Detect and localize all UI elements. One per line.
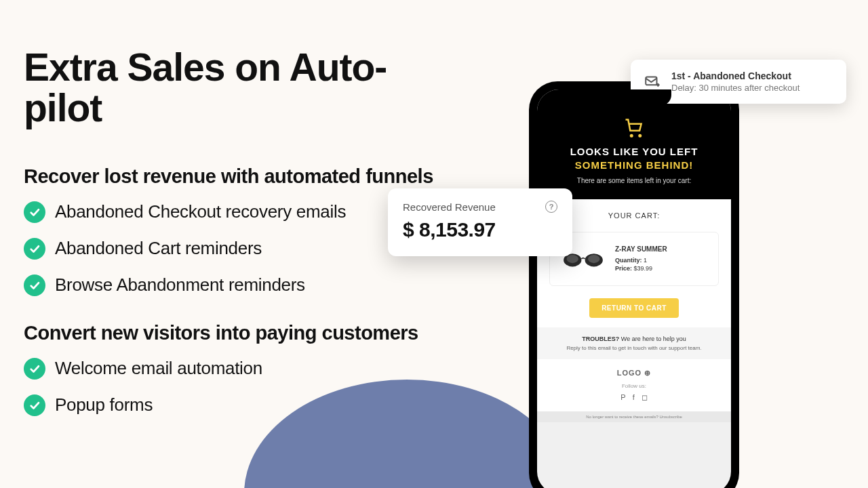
cart-icon	[624, 118, 644, 137]
unsubscribe-text: No longer want to receive these emails? …	[537, 411, 731, 422]
instagram-icon[interactable]: ◻	[642, 393, 648, 402]
svg-point-1	[639, 135, 642, 137]
svg-point-5	[588, 255, 600, 263]
text-content: Extra Sales on Auto-pilot Recover lost r…	[24, 47, 444, 431]
revenue-card: Recovered Revenue ? $ 8,153.97	[388, 188, 572, 256]
feature-list-recover: Abandoned Checkout recovery emails Aband…	[24, 201, 444, 296]
troubles-text: TROUBLES? We are here to help you	[548, 336, 720, 342]
check-icon	[24, 274, 45, 296]
revenue-amount: $ 8,153.97	[403, 218, 557, 241]
email-bottom: LOGO ⊕ Follow us: P f ◻	[537, 359, 731, 411]
email-title: LOOKS LIKE YOU LEFT SOMETHING BEHIND!	[551, 145, 717, 171]
cart-label: YOUR CART:	[549, 211, 719, 220]
notification-subtitle: Delay: 30 minutes after checkout	[671, 83, 800, 93]
page-title: Extra Sales on Auto-pilot	[24, 47, 444, 129]
list-item-label: Abandoned Cart reminders	[55, 238, 262, 259]
section-heading-recover: Recover lost revenue with automated funn…	[24, 165, 444, 188]
logo-text: LOGO ⊕	[548, 369, 720, 378]
product-name: Z-RAY SUMMER	[615, 245, 667, 253]
list-item-label: Abandoned Checkout recovery emails	[55, 201, 346, 222]
list-item-label: Popup forms	[55, 394, 153, 415]
list-item: Abandoned Checkout recovery emails	[24, 201, 444, 223]
feature-list-convert: Welcome email automation Popup forms	[24, 358, 444, 416]
svg-point-4	[567, 255, 579, 263]
reply-note: Reply to this email to get in touch with…	[548, 345, 720, 351]
list-item-label: Browse Abandonment reminders	[55, 274, 305, 296]
product-info: Z-RAY SUMMER Quantity: 1 Price: $39.99	[615, 245, 667, 273]
check-icon	[24, 201, 45, 223]
check-icon	[24, 394, 45, 416]
return-to-cart-button[interactable]: RETURN TO CART	[589, 298, 679, 318]
email-subtitle: There are some items left in your cart:	[551, 177, 717, 184]
svg-point-0	[631, 135, 633, 137]
phone-notch	[597, 89, 671, 106]
notification-title: 1st - Abandoned Checkout	[671, 70, 800, 81]
svg-rect-6	[646, 77, 656, 85]
phone-screen: LOOKS LIKE YOU LEFT SOMETHING BEHIND! Th…	[537, 89, 731, 488]
help-icon[interactable]: ?	[545, 201, 557, 213]
mail-send-icon	[643, 73, 662, 92]
revenue-label: Recovered Revenue	[403, 201, 496, 213]
section-heading-convert: Convert new visitors into paying custome…	[24, 322, 444, 344]
check-icon	[24, 358, 45, 380]
phone-mockup: LOOKS LIKE YOU LEFT SOMETHING BEHIND! Th…	[529, 81, 739, 488]
list-item: Popup forms	[24, 394, 444, 416]
list-item: Browse Abandonment reminders	[24, 274, 444, 296]
social-icons: P f ◻	[548, 393, 720, 402]
follow-label: Follow us:	[548, 383, 720, 389]
pinterest-icon[interactable]: P	[620, 393, 625, 402]
list-item: Abandoned Cart reminders	[24, 238, 444, 260]
email-header: LOOKS LIKE YOU LEFT SOMETHING BEHIND! Th…	[537, 89, 731, 199]
email-footer: TROUBLES? We are here to help you Reply …	[537, 327, 731, 359]
check-icon	[24, 238, 45, 260]
product-card: Z-RAY SUMMER Quantity: 1 Price: $39.99	[549, 232, 719, 286]
list-item-label: Welcome email automation	[55, 358, 262, 379]
facebook-icon[interactable]: f	[633, 393, 635, 402]
list-item: Welcome email automation	[24, 358, 444, 380]
